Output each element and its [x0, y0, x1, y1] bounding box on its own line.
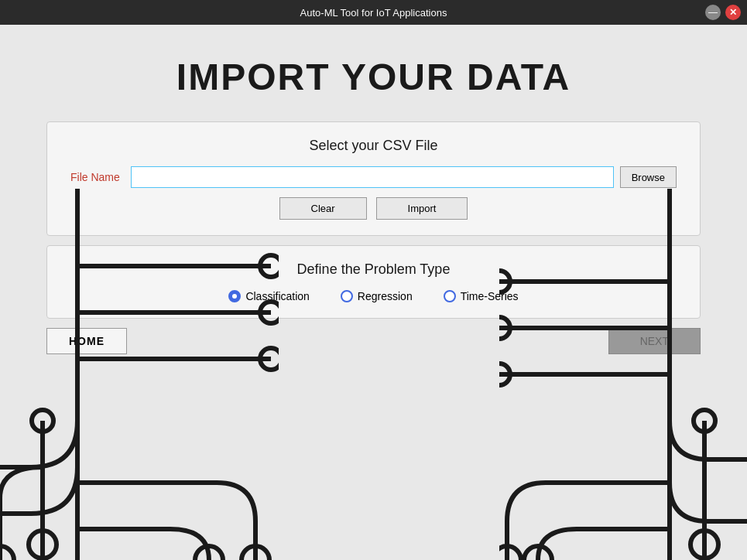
close-button[interactable]: ✕: [725, 5, 741, 20]
titlebar: Auto-ML Tool for IoT Applications — ✕: [0, 0, 747, 25]
titlebar-controls: — ✕: [705, 5, 741, 20]
minimize-button[interactable]: —: [705, 5, 721, 20]
clear-button[interactable]: Clear: [279, 197, 367, 220]
radio-regression[interactable]: Regression: [341, 290, 413, 302]
file-label: File Name: [70, 171, 125, 183]
page-title: IMPORT YOUR DATA: [46, 25, 701, 121]
file-row: File Name Browse: [70, 166, 677, 188]
circuit-decoration-left: [0, 189, 279, 560]
csv-card-title: Select your CSV File: [70, 138, 677, 154]
radio-circle-regression: [341, 290, 353, 302]
file-name-input[interactable]: [131, 166, 614, 188]
radio-circle-timeseries: [444, 290, 456, 302]
browse-button[interactable]: Browse: [620, 166, 677, 188]
svg-point-27: [499, 546, 521, 560]
circuit-decoration-right: [499, 189, 747, 560]
import-button[interactable]: Import: [376, 197, 468, 220]
radio-label-regression: Regression: [358, 290, 413, 302]
titlebar-title: Auto-ML Tool for IoT Applications: [300, 7, 447, 19]
